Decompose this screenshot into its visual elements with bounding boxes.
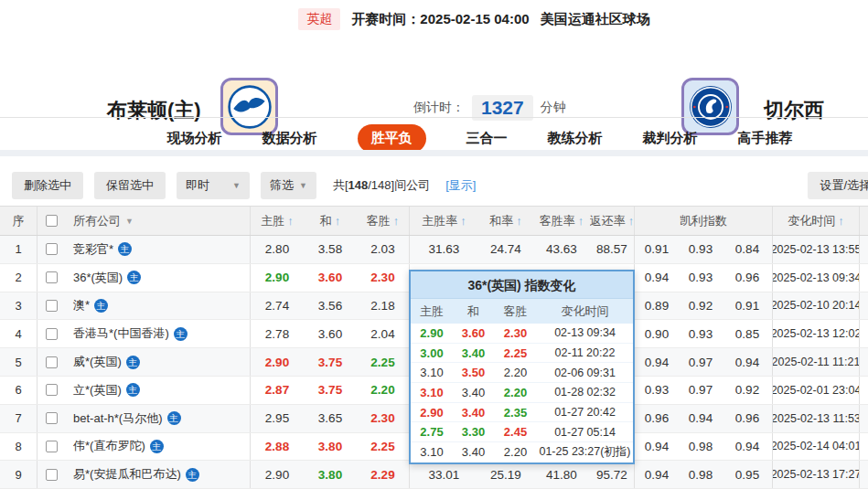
chevron-down-icon: ▼	[125, 217, 134, 226]
rate-away: 41.80	[533, 468, 590, 482]
odds-away: 2.18	[357, 299, 409, 313]
kickoff-time: 开赛时间：2025-02-15 04:00	[351, 11, 529, 28]
next-column-sliver	[859, 292, 868, 320]
time-mode-value: 即时	[186, 177, 209, 194]
odds-away: 2.04	[357, 327, 409, 341]
next-column-sliver	[859, 236, 868, 263]
change-time: 2025-02-10 20:14	[772, 292, 859, 320]
tab-data-analysis[interactable]: 数据分析	[263, 130, 317, 147]
main-badge-icon: 主	[174, 327, 188, 341]
header-checkbox-cell	[37, 207, 66, 235]
header-draw-rate[interactable]: 和率↑	[478, 213, 533, 229]
odds-draw: 3.58	[304, 242, 357, 256]
odds-away: 2.03	[357, 242, 409, 256]
company-name: 威*(英国)	[73, 354, 122, 370]
odds-away: 2.20	[357, 383, 409, 397]
rate-away: 43.63	[533, 242, 590, 256]
delete-selected-button[interactable]: 删除选中	[12, 172, 83, 199]
show-link[interactable]: [显示]	[445, 177, 476, 194]
row-checkbox-cell	[37, 433, 66, 461]
header-draw-odds[interactable]: 和↑	[304, 213, 357, 229]
popup-home: 2.90	[411, 406, 453, 420]
company-cell[interactable]: 香港马*(中国香港)主	[66, 325, 250, 342]
popup-row: 2.75 3.30 2.45 01-27 05:14	[411, 422, 633, 442]
countdown-label: 倒计时：	[413, 100, 465, 116]
odds-away: 2.30	[357, 271, 409, 284]
row-checkbox[interactable]	[46, 300, 58, 312]
time-mode-dropdown[interactable]: 即时 ▼	[177, 172, 250, 199]
next-column-sliver	[859, 320, 868, 347]
header-away-odds[interactable]: 客胜↑	[357, 213, 409, 229]
change-time: 2025-02-13 17:27	[772, 461, 859, 488]
select-all-checkbox[interactable]	[46, 215, 58, 227]
keep-selected-button[interactable]: 保留选中	[94, 172, 166, 199]
row-seq: 7	[0, 411, 37, 425]
kelly-away: 0.96	[723, 271, 772, 284]
change-time: 2025-02-13 09:34	[772, 264, 859, 292]
row-seq: 4	[0, 327, 37, 341]
row-checkbox[interactable]	[46, 356, 58, 368]
company-cell[interactable]: bet-at-h*(马尔他)主	[66, 410, 250, 427]
page: 英超 开赛时间：2025-02-15 04:00 美国运通社区球场 布莱顿(主)…	[0, 0, 868, 489]
company-cell[interactable]: 36*(英国)主	[66, 270, 250, 286]
match-info-bar: 英超 开赛时间：2025-02-15 04:00 美国运通社区球场	[40, 8, 868, 30]
popup-away: 2.30	[494, 326, 537, 340]
tab-coach-analysis[interactable]: 教练分析	[548, 130, 603, 147]
main-badge-icon: 主	[126, 383, 140, 397]
popup-row: 3.00 3.40 2.25 02-11 20:22	[411, 344, 633, 364]
company-cell[interactable]: 威*(英国)主	[66, 354, 250, 370]
next-column-sliver	[859, 264, 868, 292]
tab-three-in-one[interactable]: 三合一	[466, 130, 508, 147]
tab-referee-analysis[interactable]: 裁判分析	[643, 130, 698, 147]
tab-live-analysis[interactable]: 现场分析	[167, 130, 222, 147]
next-column-sliver	[859, 433, 868, 461]
row-checkbox[interactable]	[46, 412, 58, 424]
chevron-down-icon: ▼	[232, 181, 241, 190]
kelly-home: 0.89	[634, 292, 679, 320]
row-seq: 9	[0, 468, 37, 482]
next-column-sliver	[859, 348, 868, 376]
popup-time: 01-25 23:27(初指)	[537, 444, 633, 460]
company-name: 香港马*(中国香港)	[73, 325, 169, 342]
kelly-draw: 0.98	[679, 440, 723, 453]
header-change-time[interactable]: 变化时间↑	[788, 213, 844, 229]
header-home-rate[interactable]: 主胜率↑	[422, 213, 466, 229]
odds-home: 2.87	[250, 377, 304, 404]
header-return-rate[interactable]: 返还率↑	[590, 213, 634, 229]
tab-win-draw-lose[interactable]: 胜平负	[358, 124, 426, 153]
header-away-rate[interactable]: 客胜率↑	[533, 213, 590, 229]
main-badge-icon: 主	[118, 242, 132, 256]
odds-home: 2.80	[250, 236, 304, 263]
kickoff-value: 2025-02-15 04:00	[420, 11, 529, 27]
odds-draw: 3.80	[304, 440, 357, 453]
next-column-sliver	[859, 461, 868, 488]
company-cell[interactable]: 立*(英国)主	[66, 382, 250, 399]
header-home-odds[interactable]: 主胜↑	[261, 213, 294, 229]
popup-home: 2.75	[411, 425, 453, 439]
company-name: 澳*	[73, 297, 90, 314]
settings-select-button[interactable]: 设置/选择	[808, 172, 868, 199]
row-checkbox[interactable]	[46, 469, 58, 481]
filter-dropdown[interactable]: 筛选 ▼	[261, 172, 316, 199]
toolbar: 删除选中 保留选中 即时 ▼ 筛选 ▼ 共[148/148]间公司 [显示] 设…	[0, 150, 868, 206]
company-cell[interactable]: 澳*主	[66, 297, 250, 314]
popup-header-draw: 和	[453, 303, 494, 320]
company-cell[interactable]: 竞彩官*主	[66, 241, 250, 258]
company-cell[interactable]: 易*(安提瓜和巴布达)主	[66, 466, 250, 483]
row-checkbox[interactable]	[46, 328, 58, 340]
rate-home: 33.01	[409, 461, 478, 488]
popup-header-time: 变化时间	[537, 303, 633, 320]
row-seq: 2	[0, 271, 37, 284]
popup-draw: 3.40	[453, 445, 494, 459]
row-checkbox[interactable]	[46, 243, 58, 255]
popup-header-away: 客胜	[494, 303, 537, 320]
row-checkbox[interactable]	[46, 441, 58, 452]
popup-time: 01-28 02:32	[537, 386, 633, 399]
change-time: 2025-02-14 04:01	[772, 433, 859, 461]
popup-draw: 3.30	[453, 425, 494, 439]
header-company[interactable]: 所有公司▼	[66, 213, 250, 229]
row-checkbox[interactable]	[46, 271, 58, 283]
company-cell[interactable]: 伟*(直布罗陀)主	[66, 438, 250, 454]
row-checkbox[interactable]	[46, 384, 58, 396]
tab-expert-picks[interactable]: 高手推荐	[738, 130, 793, 147]
